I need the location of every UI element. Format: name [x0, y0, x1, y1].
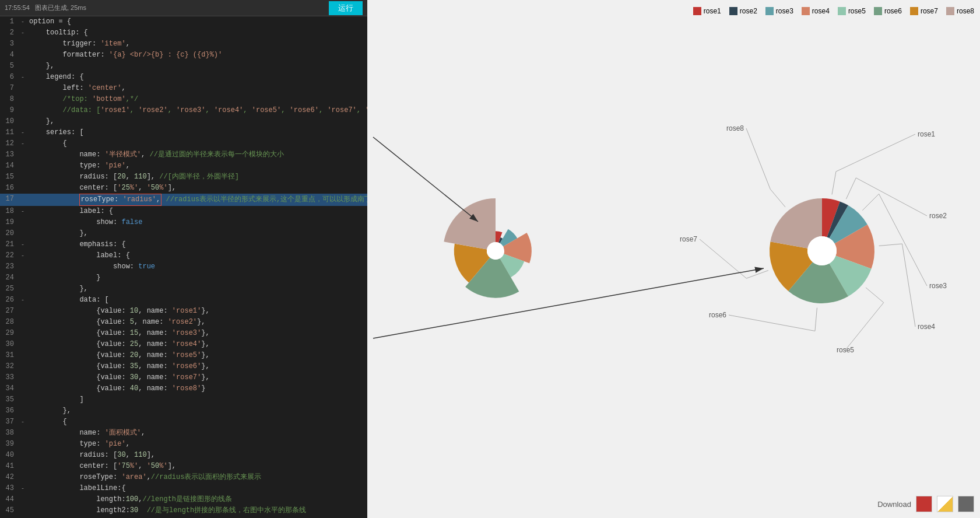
code-text: series: [	[29, 127, 367, 138]
line-number: 45	[0, 505, 21, 516]
line-number: 19	[0, 217, 21, 228]
code-text: data: [	[29, 295, 367, 306]
code-text: length:100,//length是链接图形的线条	[29, 494, 367, 505]
code-text: //data: ['rose1', 'rose2', 'rose3', 'ros…	[29, 105, 367, 116]
code-line: 16 center: ['25%', '50%'],	[0, 183, 367, 194]
code-line: 2- tooltip: {	[0, 27, 367, 38]
code-text: center: ['75%', '50%'],	[29, 461, 367, 472]
run-button[interactable]: 运行	[329, 1, 363, 15]
label-line-rose7	[700, 239, 768, 278]
fold-indicator[interactable]: -	[21, 416, 29, 428]
fold-indicator[interactable]: -	[21, 239, 29, 250]
code-line: 9 //data: ['rose1', 'rose2', 'rose3', 'r…	[0, 105, 367, 116]
line-number: 44	[0, 494, 21, 505]
toolbar-time: 17:55:54	[5, 4, 30, 11]
code-line: 19 show: false	[0, 217, 367, 228]
fold-indicator[interactable]: -	[21, 138, 29, 149]
line-number: 43	[0, 483, 21, 494]
fold-indicator[interactable]: -	[21, 72, 29, 83]
code-line: 39 type: 'pie',	[0, 439, 367, 450]
code-line: 44 length:100,//length是链接图形的线条	[0, 494, 367, 505]
fold-indicator	[21, 160, 29, 172]
line-number: 23	[0, 261, 21, 272]
line-number: 3	[0, 38, 21, 50]
code-line: 28 {value: 5, name: 'rose2'},	[0, 317, 367, 328]
code-text: type: 'pie',	[29, 160, 367, 172]
line-number: 16	[0, 183, 21, 194]
code-line: 3 trigger: 'item',	[0, 38, 367, 50]
code-line: 1-option = {	[0, 16, 367, 27]
download-icon-dark[interactable]	[916, 496, 932, 512]
download-button[interactable]: Download	[877, 500, 911, 509]
code-text: }	[29, 272, 367, 284]
line-number: 17	[0, 194, 21, 206]
label-rose1: rose1	[918, 130, 935, 138]
line-number: 5	[0, 61, 21, 72]
fold-indicator	[21, 505, 29, 516]
fold-indicator	[21, 328, 29, 339]
download-icon-gray[interactable]	[958, 496, 974, 512]
line-number: 21	[0, 239, 21, 250]
code-text: formatter: '{a} <br/>{b} : {c} ({d}%)'	[29, 50, 367, 61]
fold-indicator[interactable]: -	[21, 16, 29, 27]
fold-indicator	[21, 217, 29, 228]
fold-indicator[interactable]: -	[21, 295, 29, 306]
code-text: {	[29, 416, 367, 428]
fold-indicator[interactable]: -	[21, 250, 29, 261]
line-number: 11	[0, 127, 21, 138]
line-number: 1	[0, 16, 21, 27]
code-line: 37- {	[0, 416, 367, 428]
fold-indicator	[21, 439, 29, 450]
fold-indicator	[21, 317, 29, 328]
fold-indicator	[21, 361, 29, 372]
line-number: 10	[0, 116, 21, 127]
fold-indicator	[21, 172, 29, 183]
label-rose2: rose2	[929, 212, 947, 220]
code-text: },	[29, 405, 367, 416]
label-rose4: rose4	[918, 323, 935, 331]
chart-panel: rose1rose2rose3rose4rose5rose6rose7rose8…	[367, 0, 980, 518]
line-number: 42	[0, 472, 21, 483]
fold-indicator	[21, 284, 29, 295]
code-line: 36 },	[0, 405, 367, 416]
code-line: 17 roseType: 'radius', //radius表示以半径的形式来…	[0, 194, 367, 206]
left-slice-rose8	[444, 198, 496, 249]
code-text: tooltip: {	[29, 27, 367, 38]
code-line: 20 },	[0, 228, 367, 239]
label-rose5: rose5	[837, 346, 854, 354]
code-line: 15 radius: [20, 110], //[内圆半径，外圆半径]	[0, 172, 367, 183]
code-line: 21- emphasis: {	[0, 239, 367, 250]
label-line-rose2	[846, 178, 927, 216]
code-content: 1-option = {2- tooltip: {3 trigger: 'ite…	[0, 16, 367, 518]
fold-indicator[interactable]: -	[21, 27, 29, 38]
download-icon-light[interactable]	[937, 496, 953, 512]
code-line: 11- series: [	[0, 127, 367, 138]
fold-indicator[interactable]: -	[21, 127, 29, 138]
fold-indicator[interactable]: -	[21, 483, 29, 494]
fold-indicator	[21, 350, 29, 361]
fold-indicator[interactable]: -	[21, 206, 29, 217]
code-text: labelLine:{	[29, 483, 367, 494]
code-line: 35 ]	[0, 394, 367, 405]
line-number: 13	[0, 149, 21, 160]
line-number: 36	[0, 405, 21, 416]
code-line: 18- label: {	[0, 206, 367, 217]
fold-indicator	[21, 428, 29, 439]
code-text: emphasis: {	[29, 239, 367, 250]
code-line: 5 },	[0, 61, 367, 72]
code-text: {value: 25, name: 'rose4'},	[29, 339, 367, 350]
fold-indicator	[21, 339, 29, 350]
annotation-arrow-1	[373, 137, 478, 222]
fold-indicator	[21, 472, 29, 483]
line-number: 30	[0, 339, 21, 350]
code-line: 13 name: '半径模式', //是通过圆的半径来表示每一个模块的大小	[0, 149, 367, 160]
code-line: 14 type: 'pie',	[0, 160, 367, 172]
code-line: 24 }	[0, 272, 367, 284]
fold-indicator	[21, 494, 29, 505]
code-line: 38 name: '面积模式',	[0, 428, 367, 439]
fold-indicator	[21, 183, 29, 194]
line-number: 6	[0, 72, 21, 83]
line-number: 26	[0, 295, 21, 306]
code-text: center: ['25%', '50%'],	[29, 183, 367, 194]
annotation-arrow-2	[373, 268, 764, 338]
